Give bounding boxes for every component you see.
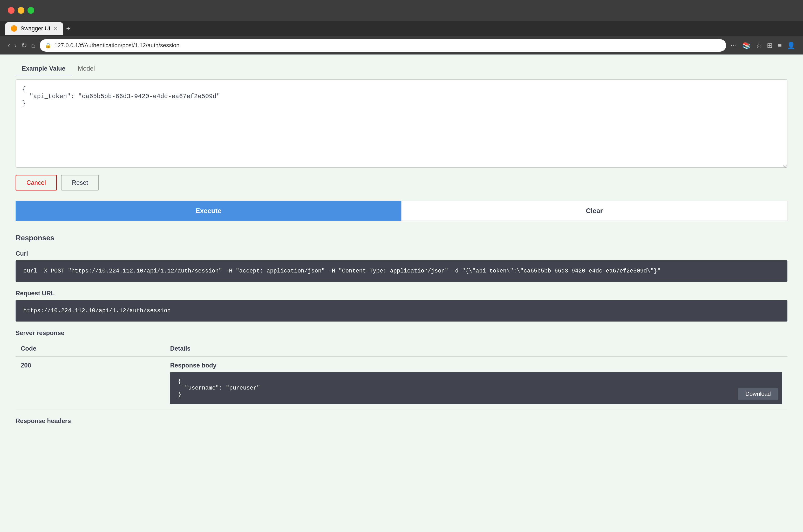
back-button[interactable]: ‹ — [8, 42, 10, 49]
execute-button[interactable]: Execute — [16, 201, 401, 221]
more-icon[interactable]: ⋯ — [730, 41, 737, 50]
download-button[interactable]: Download — [738, 388, 778, 400]
response-code: 200 — [16, 357, 165, 410]
tab-example-value[interactable]: Example Value — [16, 62, 72, 75]
response-headers-title: Response headers — [16, 417, 787, 424]
home-button[interactable]: ⌂ — [31, 42, 36, 49]
security-icon: 🔒 — [45, 42, 51, 49]
swagger-tab[interactable]: 🟠 Swagger UI ✕ — [5, 22, 63, 35]
example-tabs: Example Value Model — [16, 62, 787, 75]
server-response-table: Code Details 200 Response body { "userna… — [16, 341, 787, 410]
resize-handle-icon: ⤡ — [783, 164, 787, 168]
forward-button[interactable]: › — [14, 42, 17, 49]
maximize-button[interactable] — [27, 7, 34, 14]
reload-button[interactable]: ↻ — [21, 42, 27, 49]
tab-close-icon[interactable]: ✕ — [54, 25, 58, 32]
page-content: Example Value Model { "<span class="unde… — [0, 55, 803, 532]
cancel-button[interactable]: Cancel — [16, 175, 57, 190]
request-url-value: https://10.224.112.10/api/1.12/auth/sess… — [16, 300, 787, 322]
responses-title: Responses — [16, 234, 787, 242]
swagger-tab-icon: 🟠 — [11, 25, 17, 32]
url-text: 127.0.0.1/#/Authentication/post/1.12/aut… — [55, 42, 721, 49]
address-bar[interactable]: 🔒 127.0.0.1/#/Authentication/post/1.12/a… — [40, 39, 726, 52]
reset-button[interactable]: Reset — [61, 175, 99, 190]
response-details: Response body { "username": "pureuser" }… — [165, 357, 787, 410]
response-body-label: Response body — [170, 362, 782, 369]
swagger-tab-label: Swagger UI — [20, 25, 50, 32]
address-bar-row: ‹ › ↻ ⌂ 🔒 127.0.0.1/#/Authentication/pos… — [0, 36, 803, 55]
tab-bar: 🟠 Swagger UI ✕ + — [0, 21, 803, 36]
request-url-label: Request URL — [16, 290, 787, 297]
profile-icon[interactable]: 👤 — [787, 41, 795, 50]
menu-icon[interactable]: ≡ — [778, 41, 782, 50]
traffic-lights — [8, 7, 34, 14]
response-body-block: { "username": "pureuser" } Download — [170, 372, 782, 404]
code-col-header: Code — [16, 341, 165, 357]
clear-button[interactable]: Clear — [401, 201, 787, 221]
details-col-header: Details — [165, 341, 787, 357]
minimize-button[interactable] — [18, 7, 24, 14]
request-body-wrapper: { "<span class="underline">api_token</sp… — [16, 79, 787, 169]
responses-section: Responses Curl curl -X POST "https://10.… — [16, 234, 787, 424]
response-body-content: { "username": "pureuser" } — [178, 378, 260, 398]
toolbar-icons: ⋯ 📚 ☆ ⊞ ≡ 👤 — [730, 41, 795, 50]
curl-label: Curl — [16, 250, 787, 257]
extensions-icon[interactable]: ⊞ — [767, 41, 772, 50]
table-row: 200 Response body { "username": "pureuse… — [16, 357, 787, 410]
tab-model[interactable]: Model — [72, 62, 101, 75]
curl-value: curl -X POST "https://10.224.112.10/api/… — [16, 260, 787, 282]
request-body-textarea[interactable]: { "<span class="underline">api_token</sp… — [16, 79, 787, 168]
star-icon[interactable]: ☆ — [756, 41, 762, 50]
execute-row: Execute Clear — [16, 201, 787, 221]
swagger-section: Example Value Model { "<span class="unde… — [0, 55, 803, 432]
new-tab-button[interactable]: + — [64, 22, 72, 35]
bookmark-list-icon[interactable]: 📚 — [742, 41, 750, 50]
server-response-title: Server response — [16, 329, 787, 337]
close-button[interactable] — [8, 7, 15, 14]
button-row: Cancel Reset — [16, 175, 787, 190]
